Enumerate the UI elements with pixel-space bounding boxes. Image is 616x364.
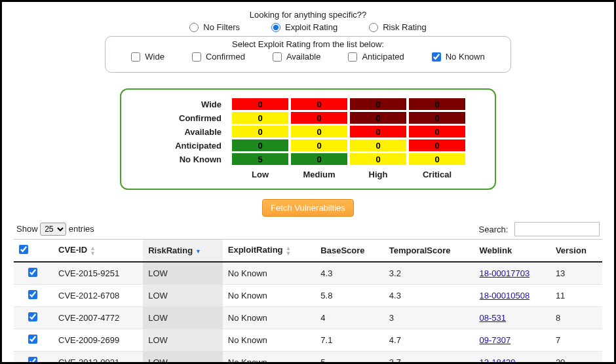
filter-mode-radiogroup: No Filters Exploit Rating Risk Rating xyxy=(14,22,602,32)
cell-exploitrating: No Known xyxy=(223,307,316,329)
weblink[interactable]: 18-00010508 xyxy=(480,291,530,300)
matrix-cell: 0 xyxy=(409,98,465,110)
cell-cveid: CVE-2015-9251 xyxy=(53,262,143,285)
sort-icon: ▲▼ xyxy=(286,246,292,256)
matrix-rowhead: Confirmed xyxy=(151,112,229,124)
cell-riskrating: LOW xyxy=(143,262,223,285)
table-row: CVE-2009-2699LOWNo Known7.14.709-73077 xyxy=(14,329,602,352)
radio-exploit-rating[interactable]: Exploit Rating xyxy=(271,22,337,32)
radio-no-filters-label: No Filters xyxy=(203,22,240,32)
cell-temporalscore: 3.7 xyxy=(384,352,474,365)
length-control: Show 25 entries xyxy=(16,223,94,236)
check-noknown-label: No Known xyxy=(446,52,485,62)
table-row: CVE-2012-6708LOWNo Known5.84.318-0001050… xyxy=(14,285,602,307)
cell-exploitrating: No Known xyxy=(223,329,316,352)
radio-exploit-rating-label: Exploit Rating xyxy=(285,22,337,32)
check-confirmed[interactable]: Confirmed xyxy=(192,52,245,62)
search-label: Search: xyxy=(479,225,509,234)
sort-icon: ▼ xyxy=(195,249,201,254)
cell-version: 13 xyxy=(550,262,602,285)
cell-riskrating: LOW xyxy=(143,329,223,352)
fetch-vulnerabilities-button[interactable]: Fetch Vulnerabilties xyxy=(262,199,354,217)
severity-matrix: Wide0000Confirmed0000Available0000Antici… xyxy=(148,96,468,182)
cell-riskrating: LOW xyxy=(143,285,223,307)
check-wide-label: Wide xyxy=(145,52,164,62)
sort-icon: ▲▼ xyxy=(90,246,96,256)
cell-basescore: 5 xyxy=(315,352,384,365)
matrix-cell: 0 xyxy=(232,139,288,151)
radio-risk-rating-label: Risk Rating xyxy=(383,22,426,32)
matrix-cell: 0 xyxy=(409,112,465,124)
col-exploitrating[interactable]: ExploitRating▲▼ xyxy=(223,240,316,263)
matrix-cell: 0 xyxy=(232,98,288,110)
cell-weblink: 08-531 xyxy=(474,307,550,329)
col-cveid[interactable]: CVE-ID▲▼ xyxy=(53,240,143,263)
col-basescore[interactable]: BaseScore xyxy=(315,240,384,263)
table-row: CVE-2007-4772LOWNo Known4308-5318 xyxy=(14,307,602,329)
radio-risk-rating[interactable]: Risk Rating xyxy=(369,22,426,32)
cell-temporalscore: 4.3 xyxy=(384,285,474,307)
length-select[interactable]: 25 xyxy=(40,223,66,236)
row-checkbox-cell[interactable] xyxy=(14,329,53,352)
cell-basescore: 5.8 xyxy=(315,285,384,307)
length-prefix: Show xyxy=(16,224,38,234)
check-available[interactable]: Available xyxy=(273,52,321,62)
check-available-label: Available xyxy=(286,52,321,62)
row-checkbox-cell[interactable] xyxy=(14,285,53,307)
cell-version: 8 xyxy=(550,307,602,329)
cell-version: 20 xyxy=(550,352,602,365)
cell-cveid: CVE-2007-4772 xyxy=(53,307,143,329)
col-select-all[interactable] xyxy=(14,240,53,263)
check-wide[interactable]: Wide xyxy=(131,52,164,62)
matrix-cell: 0 xyxy=(291,112,347,124)
severity-matrix-panel: Wide0000Confirmed0000Available0000Antici… xyxy=(120,88,496,190)
row-checkbox-cell[interactable] xyxy=(14,307,53,329)
check-noknown[interactable]: No Known xyxy=(432,52,485,62)
filter-panel-sublabel: Select Exploit Rating from the list belo… xyxy=(116,39,500,49)
weblink[interactable]: 12-18439 xyxy=(480,357,516,364)
cell-exploitrating: No Known xyxy=(223,285,316,307)
page-heading: Looking for anything specific?? xyxy=(14,10,602,20)
matrix-cell: 0 xyxy=(350,153,406,165)
cell-weblink: 18-00017703 xyxy=(474,262,550,285)
matrix-cell: 5 xyxy=(232,153,288,165)
cell-exploitrating: No Known xyxy=(223,352,316,365)
col-version[interactable]: Version xyxy=(550,240,602,263)
cell-basescore: 4.3 xyxy=(315,262,384,285)
cell-weblink: 09-7307 xyxy=(474,329,550,352)
matrix-rowhead: No Known xyxy=(151,153,229,165)
matrix-cell: 0 xyxy=(291,139,347,151)
matrix-cell: 0 xyxy=(350,126,406,137)
weblink[interactable]: 18-00017703 xyxy=(480,268,530,278)
cell-riskrating: LOW xyxy=(143,352,223,365)
matrix-colfoot: Low xyxy=(232,167,288,180)
cell-cveid: CVE-2012-0021 xyxy=(53,352,143,365)
search-input[interactable] xyxy=(514,222,600,236)
matrix-cell: 0 xyxy=(291,153,347,165)
check-confirmed-label: Confirmed xyxy=(206,52,245,62)
cell-riskrating: LOW xyxy=(143,307,223,329)
matrix-cell: 0 xyxy=(409,153,465,165)
matrix-cell: 0 xyxy=(409,126,465,137)
cell-version: 7 xyxy=(550,329,602,352)
col-temporalscore[interactable]: TemporalScore xyxy=(384,240,474,263)
row-checkbox-cell[interactable] xyxy=(14,352,53,365)
col-riskrating[interactable]: RiskRating▼ xyxy=(143,240,223,263)
cell-exploitrating: No Known xyxy=(223,262,316,285)
weblink[interactable]: 08-531 xyxy=(480,313,506,323)
matrix-colfoot: High xyxy=(350,167,406,180)
matrix-rowhead: Anticipated xyxy=(151,139,229,151)
vulnerability-table: CVE-ID▲▼ RiskRating▼ ExploitRating▲▼ Bas… xyxy=(14,239,602,364)
matrix-rowhead: Available xyxy=(151,126,229,137)
length-suffix: entries xyxy=(69,224,94,234)
col-weblink[interactable]: Weblink xyxy=(474,240,550,263)
matrix-cell: 0 xyxy=(232,126,288,137)
matrix-cell: 0 xyxy=(291,126,347,137)
row-checkbox-cell[interactable] xyxy=(14,262,53,285)
radio-no-filters[interactable]: No Filters xyxy=(189,22,240,32)
table-row: CVE-2015-9251LOWNo Known4.33.218-0001770… xyxy=(14,262,602,285)
search-control: Search: xyxy=(479,222,600,236)
check-anticipated[interactable]: Anticipated xyxy=(348,52,404,62)
weblink[interactable]: 09-7307 xyxy=(480,335,511,345)
cell-cveid: CVE-2012-6708 xyxy=(53,285,143,307)
